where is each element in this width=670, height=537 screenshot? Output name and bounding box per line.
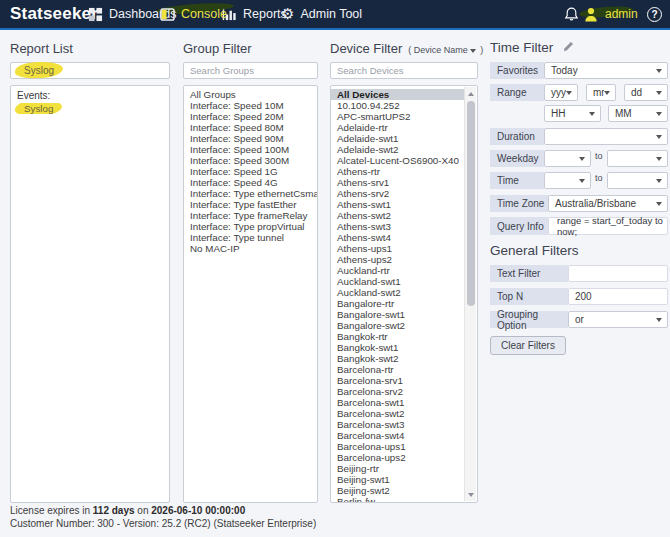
- group-item[interactable]: All Groups: [184, 89, 317, 100]
- license-date: 2026-06-10 00:00:00: [151, 505, 245, 516]
- time-from-select[interactable]: [544, 172, 591, 189]
- group-item[interactable]: Interface: Type propVirtual: [184, 221, 317, 232]
- device-item[interactable]: Barcelona-rtr: [331, 364, 465, 375]
- favorites-select[interactable]: Today: [544, 62, 668, 79]
- clear-filters-button[interactable]: Clear Filters: [490, 336, 566, 355]
- device-item[interactable]: Beijing-rtr: [331, 463, 465, 474]
- device-item[interactable]: Auckland-swt1: [331, 276, 465, 287]
- device-item[interactable]: Adelaide-swt2: [331, 144, 465, 155]
- user-menu[interactable]: admin: [583, 0, 638, 28]
- device-item[interactable]: Athens-swt1: [331, 199, 465, 210]
- group-item[interactable]: Interface: Speed 300M: [184, 155, 317, 166]
- range-hour-value: HH: [551, 108, 589, 119]
- device-item[interactable]: Athens-rtr: [331, 166, 465, 177]
- device-item[interactable]: Barcelona-ups1: [331, 441, 465, 452]
- group-item[interactable]: Interface: Type ethernetCsmacd: [184, 188, 317, 199]
- device-item[interactable]: Barcelona-srv2: [331, 386, 465, 397]
- device-mode-selector[interactable]: ( Device Name ): [408, 45, 483, 55]
- device-filter-title: Device Filter( Device Name ): [330, 41, 483, 56]
- text-filter-label: Text Filter: [490, 265, 568, 282]
- device-item[interactable]: Bangkok-swt1: [331, 342, 465, 353]
- top-n-input[interactable]: 200: [568, 288, 668, 305]
- grouping-option-label: Grouping Option: [490, 311, 568, 328]
- group-item[interactable]: Interface: Speed 4G: [184, 177, 317, 188]
- time-filter-title: Time Filter: [490, 40, 574, 55]
- group-item[interactable]: Interface: Type fastEther: [184, 199, 317, 210]
- device-item[interactable]: Bangkok-swt2: [331, 353, 465, 364]
- device-item[interactable]: Barcelona-swt1: [331, 397, 465, 408]
- device-item[interactable]: Bangalore-rtr: [331, 298, 465, 309]
- timezone-select[interactable]: Australia/Brisbane: [548, 195, 668, 212]
- device-item[interactable]: Bangkok-rtr: [331, 331, 465, 342]
- device-item[interactable]: Adelaide-swt1: [331, 133, 465, 144]
- device-item[interactable]: Bangalore-swt2: [331, 320, 465, 331]
- group-search-input[interactable]: Search Groups: [183, 62, 318, 79]
- group-item[interactable]: Interface: Speed 1G: [184, 166, 317, 177]
- nav-console[interactable]: Console: [160, 0, 227, 28]
- device-item[interactable]: Bangalore-swt1: [331, 309, 465, 320]
- device-item[interactable]: All Devices: [331, 89, 465, 100]
- device-item[interactable]: Adelaide-rtr: [331, 122, 465, 133]
- report-items: Syslog: [11, 103, 169, 117]
- group-item[interactable]: Interface: Type tunnel: [184, 232, 317, 243]
- time-row: Time to: [490, 172, 668, 189]
- group-item[interactable]: Interface: Speed 100M: [184, 144, 317, 155]
- device-search-input[interactable]: Search Devices: [330, 62, 478, 79]
- device-item[interactable]: Alcatel-Lucent-OS6900-X40: [331, 155, 465, 166]
- group-item[interactable]: Interface: Speed 10M: [184, 100, 317, 111]
- device-item[interactable]: Athens-swt4: [331, 232, 465, 243]
- weekday-from-select[interactable]: [544, 150, 591, 167]
- device-item[interactable]: 10.100.94.252: [331, 100, 465, 111]
- device-item[interactable]: Berlin-fw: [331, 496, 465, 503]
- device-item[interactable]: Barcelona-ups2: [331, 452, 465, 463]
- duration-caret-icon: [656, 135, 662, 139]
- range-month-select[interactable]: mm: [586, 84, 616, 101]
- time-to-select[interactable]: [607, 172, 668, 189]
- device-item[interactable]: Auckland-rtr: [331, 265, 465, 276]
- report-search-input[interactable]: Syslog: [10, 62, 170, 79]
- group-item[interactable]: Interface: Speed 90M: [184, 133, 317, 144]
- query-info-label: Query Info: [490, 217, 548, 235]
- group-item[interactable]: No MAC-IP: [184, 243, 317, 254]
- device-item[interactable]: Athens-srv2: [331, 188, 465, 199]
- device-item[interactable]: Beijing-swt2: [331, 485, 465, 496]
- device-list-scrollbar[interactable]: [464, 87, 476, 501]
- device-item[interactable]: Barcelona-swt3: [331, 419, 465, 430]
- group-item[interactable]: Interface: Type frameRelay: [184, 210, 317, 221]
- edit-pencil-icon[interactable]: [563, 41, 574, 52]
- scrollbar-thumb[interactable]: [467, 101, 475, 306]
- device-item[interactable]: Barcelona-srv1: [331, 375, 465, 386]
- weekday-to-select[interactable]: [607, 150, 668, 167]
- scrollbar-up-arrow[interactable]: [465, 88, 476, 99]
- device-list-panel: All Devices10.100.94.252APC-smartUPS2Ade…: [330, 85, 478, 503]
- device-item[interactable]: APC-smartUPS2: [331, 111, 465, 122]
- grouping-option-select[interactable]: or: [568, 311, 668, 328]
- device-item[interactable]: Barcelona-swt2: [331, 408, 465, 419]
- top-navbar: Statseeker. Dashboards Console Reports ⚙…: [0, 0, 670, 30]
- range-day-select[interactable]: dd: [624, 84, 668, 101]
- report-item[interactable]: Syslog: [11, 103, 169, 114]
- device-item[interactable]: Beijing-swt1: [331, 474, 465, 485]
- group-item[interactable]: Interface: Speed 20M: [184, 111, 317, 122]
- range-hour-select[interactable]: HH: [544, 105, 601, 122]
- scrollbar-down-arrow[interactable]: [465, 489, 476, 500]
- text-filter-input[interactable]: [568, 265, 668, 282]
- favorites-value: Today: [551, 65, 656, 76]
- device-item[interactable]: Athens-ups2: [331, 254, 465, 265]
- device-item[interactable]: Athens-swt3: [331, 221, 465, 232]
- duration-select[interactable]: [544, 128, 668, 145]
- top-n-value: 200: [575, 291, 667, 302]
- device-items: All Devices10.100.94.252APC-smartUPS2Ade…: [331, 86, 465, 503]
- group-item[interactable]: Interface: Speed 80M: [184, 122, 317, 133]
- nav-admin-tool[interactable]: ⚙ Admin Tool: [281, 0, 362, 28]
- notifications-bell[interactable]: [564, 0, 579, 28]
- help-button[interactable]: ?: [647, 0, 662, 28]
- range-year-select[interactable]: yyyy: [544, 84, 578, 101]
- range-minute-select[interactable]: MM: [608, 105, 668, 122]
- favorites-caret-icon: [656, 69, 662, 73]
- device-item[interactable]: Barcelona-swt4: [331, 430, 465, 441]
- device-item[interactable]: Athens-ups1: [331, 243, 465, 254]
- device-item[interactable]: Athens-swt2: [331, 210, 465, 221]
- device-item[interactable]: Auckland-swt2: [331, 287, 465, 298]
- device-item[interactable]: Athens-srv1: [331, 177, 465, 188]
